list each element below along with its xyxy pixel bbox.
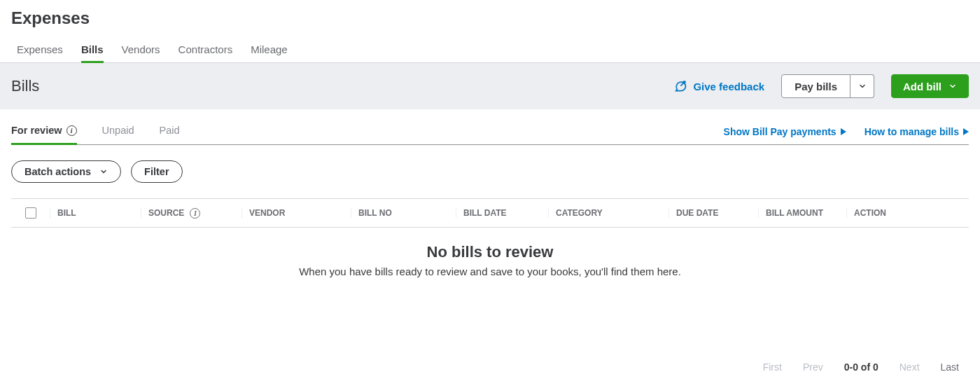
column-bill-no[interactable]: BILL NO [351,208,456,218]
tab-expenses[interactable]: Expenses [17,43,63,62]
column-source-label: SOURCE [148,208,184,218]
select-all-checkbox[interactable] [25,207,36,219]
pay-bills-button[interactable]: Pay bills [781,74,850,98]
give-feedback-link[interactable]: Give feedback [673,79,764,93]
chevron-down-icon [948,82,957,90]
tab-mileage[interactable]: Mileage [251,43,288,62]
subtab-unpaid[interactable]: Unpaid [102,125,134,144]
column-vendor[interactable]: VENDOR [242,208,351,218]
header-actions: Give feedback Pay bills Add bill [673,74,969,98]
subtabs-links: Show Bill Pay payments How to manage bil… [724,126,969,144]
info-icon[interactable]: i [66,125,77,136]
subtab-paid[interactable]: Paid [159,125,179,144]
show-bill-pay-link[interactable]: Show Bill Pay payments [724,126,846,137]
column-bill-amount[interactable]: BILL AMOUNT [759,208,847,218]
info-icon[interactable]: i [190,208,200,219]
svg-marker-1 [963,128,969,135]
toolbar: Batch actions Filter [0,145,980,198]
chevron-down-icon [99,167,108,176]
main-tabs: Expenses Bills Vendors Contractors Milea… [0,34,980,63]
empty-state: No bills to review When you have bills r… [0,228,980,277]
add-bill-button[interactable]: Add bill [891,74,969,98]
column-category[interactable]: CATEGORY [549,208,669,218]
chevron-down-icon [858,82,867,90]
pagination-prev: Prev [803,361,823,373]
caret-right-icon [963,128,969,135]
feedback-label: Give feedback [693,81,764,92]
feedback-icon [673,79,687,93]
pagination-next: Next [899,361,920,373]
section-header: Bills Give feedback Pay bills Add bill [0,63,980,109]
column-bill-date[interactable]: BILL DATE [456,208,549,218]
pagination-first: First [763,361,782,373]
tab-bills[interactable]: Bills [81,43,104,62]
how-to-manage-link[interactable]: How to manage bills [864,126,969,137]
empty-title: No bills to review [0,243,980,261]
pay-bills-group: Pay bills [781,74,874,98]
subtab-for-review[interactable]: For review i [11,125,77,144]
column-bill[interactable]: BILL [50,208,141,218]
batch-actions-button[interactable]: Batch actions [11,160,121,183]
column-due-date[interactable]: DUE DATE [669,208,759,218]
add-bill-label: Add bill [903,81,941,92]
pagination-info: 0-0 of 0 [844,361,878,373]
column-source[interactable]: SOURCE i [141,208,242,219]
page-title: Expenses [0,0,980,34]
bills-table: BILL SOURCE i VENDOR BILL NO BILL DATE C… [11,198,969,228]
filter-button[interactable]: Filter [131,160,182,183]
pagination-last: Last [941,361,959,373]
tab-vendors[interactable]: Vendors [122,43,160,62]
link-label: Show Bill Pay payments [724,126,836,137]
column-action: ACTION [847,208,969,218]
section-title: Bills [11,77,39,95]
batch-actions-label: Batch actions [24,166,91,177]
pagination: First Prev 0-0 of 0 Next Last [0,277,980,373]
pay-bills-dropdown[interactable] [850,74,874,98]
link-label: How to manage bills [864,126,959,137]
subtabs: For review i Unpaid Paid [11,125,180,144]
subtabs-row: For review i Unpaid Paid Show Bill Pay p… [11,125,969,145]
column-select-all [11,207,50,219]
empty-subtitle: When you have bills ready to review and … [0,266,980,277]
tab-contractors[interactable]: Contractors [178,43,233,62]
caret-right-icon [841,128,846,135]
svg-marker-0 [841,128,846,135]
subtab-label: For review [11,125,62,136]
table-header-row: BILL SOURCE i VENDOR BILL NO BILL DATE C… [11,199,969,227]
